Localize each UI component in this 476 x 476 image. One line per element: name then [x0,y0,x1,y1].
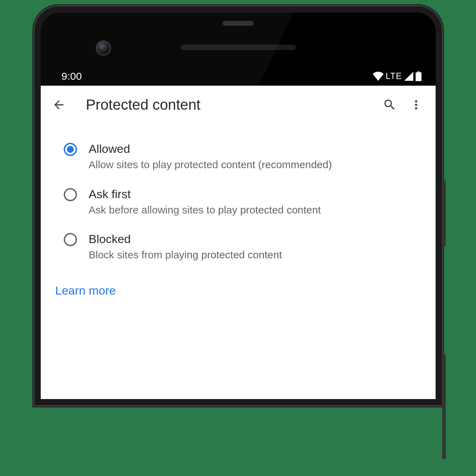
status-bar: 9:00 LTE [41,67,436,86]
radio-control[interactable] [55,232,86,246]
battery-icon [415,71,422,81]
more-button[interactable] [406,95,426,115]
option-ask-first[interactable]: Ask first Ask before allowing sites to p… [41,180,436,225]
phone-side-button [442,180,446,247]
option-text: Ask first Ask before allowing sites to p… [86,187,422,217]
arrow-back-icon [52,98,66,112]
page-title: Protected content [86,96,373,113]
phone-camera [96,41,110,55]
learn-more-link[interactable]: Learn more [41,270,131,311]
option-title: Ask first [89,187,422,201]
radio-control[interactable] [55,142,86,156]
status-time: 9:00 [55,70,82,82]
option-text: Blocked Block sites from playing protect… [86,232,422,262]
option-description: Block sites from playing protected conte… [89,248,422,262]
option-allowed[interactable]: Allowed Allow sites to play protected co… [41,134,436,180]
option-description: Ask before allowing sites to play protec… [89,203,422,217]
phone-sensor [223,21,254,26]
back-button[interactable] [50,96,67,113]
app-bar: Protected content [41,86,436,124]
wifi-icon [373,72,384,81]
more-vert-icon [409,98,423,112]
search-button[interactable] [380,95,399,115]
network-label: LTE [386,71,402,81]
phone-top-bezel: 9:00 LTE [41,13,436,86]
option-blocked[interactable]: Blocked Block sites from playing protect… [41,225,436,270]
phone-inner: 9:00 LTE [41,13,436,399]
signal-icon [404,72,413,81]
screen: Protected content Allowed [41,86,436,399]
phone-speaker [181,45,296,50]
radio-unselected-icon [64,233,77,246]
status-indicators: LTE [373,71,422,81]
option-description: Allow sites to play protected content (r… [89,158,422,172]
radio-unselected-icon [64,188,77,201]
options-list: Allowed Allow sites to play protected co… [41,124,436,270]
radio-control[interactable] [55,187,86,201]
phone-side-button [442,354,446,459]
option-text: Allowed Allow sites to play protected co… [86,142,422,172]
phone-frame: 9:00 LTE [34,6,442,405]
search-icon [383,98,397,112]
option-title: Allowed [89,142,422,156]
option-title: Blocked [89,232,422,246]
radio-selected-icon [64,143,77,156]
